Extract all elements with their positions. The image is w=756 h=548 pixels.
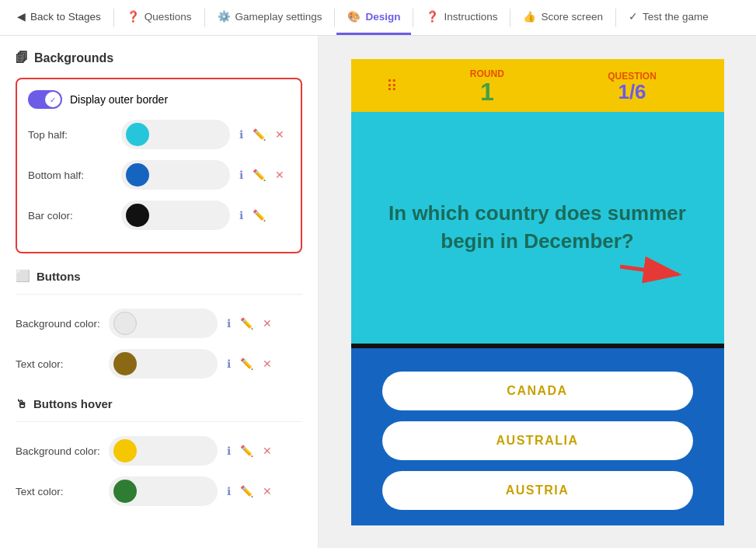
buttons-text-edit-button[interactable]: ✏️	[239, 356, 255, 372]
back-to-stages-button[interactable]: ◀ Back to Stages	[6, 0, 112, 35]
top-half-info-button[interactable]: ℹ	[238, 127, 245, 142]
bar-color-preview	[121, 201, 230, 230]
buttons-bg-label: Background color:	[16, 318, 109, 330]
instructions-label: Instructions	[444, 11, 497, 23]
top-half-delete-button[interactable]: ✕	[273, 127, 286, 142]
buttons-text-row: Text color: ℹ ✏️ ✕	[16, 349, 302, 379]
buttons-text-label: Text color:	[16, 358, 109, 370]
game-answers-area: CANADA AUSTRALIA AUSTRIA	[351, 348, 724, 525]
svg-line-1	[620, 267, 678, 274]
buttons-bg-preview	[109, 309, 218, 338]
buttons-bg-edit-button[interactable]: ✏️	[239, 316, 255, 331]
top-half-color-actions: ℹ ✏️ ✕	[238, 127, 286, 142]
bottom-half-edit-button[interactable]: ✏️	[251, 167, 267, 183]
test-icon: ✓	[629, 10, 638, 23]
left-panel: 🗐 Backgrounds ✓ Display outer border Top…	[0, 36, 319, 548]
buttons-bg-info-button[interactable]: ℹ	[225, 316, 232, 331]
bar-color-label: Bar color:	[28, 210, 121, 222]
bottom-half-color-circle[interactable]	[126, 163, 149, 187]
hover-icon: 🖱	[16, 397, 27, 410]
bar-color-info-button[interactable]: ℹ	[238, 208, 245, 223]
game-header: ⠿ Round 1 Question 1/6	[351, 59, 724, 112]
top-half-row: Top half: ℹ ✏️ ✕	[28, 120, 290, 149]
nav-item-score[interactable]: 👍 Score screen	[512, 0, 614, 35]
bar-color-edit-button[interactable]: ✏️	[251, 208, 267, 223]
hover-text-preview	[109, 476, 218, 506]
nav-item-test[interactable]: ✓ Test the game	[618, 0, 719, 35]
buttons-bg-row: Background color: ℹ ✏️ ✕	[16, 309, 302, 338]
nav-divider-2	[204, 9, 205, 27]
hover-text-info-button[interactable]: ℹ	[225, 483, 232, 499]
hover-text-actions: ℹ ✏️ ✕	[225, 483, 273, 499]
buttons-text-actions: ℹ ✏️ ✕	[225, 356, 273, 372]
test-label: Test the game	[643, 11, 709, 23]
hover-text-row: Text color: ℹ ✏️ ✕	[16, 476, 302, 506]
hover-bg-label: Background color:	[16, 445, 109, 457]
buttons-hover-section-header: 🖱 Buttons hover	[16, 397, 302, 410]
buttons-icon: ⬜	[16, 269, 30, 283]
nav-divider-3	[334, 9, 335, 27]
buttons-bg-delete-button[interactable]: ✕	[261, 316, 273, 331]
hover-bg-edit-button[interactable]: ✏️	[239, 443, 255, 459]
buttons-hover-title: Buttons hover	[33, 397, 113, 410]
hover-bg-row: Background color: ℹ ✏️ ✕	[16, 436, 302, 466]
gameplay-icon: ⚙️	[218, 10, 231, 23]
toggle-check-icon: ✓	[50, 96, 56, 104]
buttons-text-circle[interactable]	[113, 352, 137, 375]
question-text: In which country does summer begin in De…	[382, 200, 693, 254]
hover-bg-circle[interactable]	[113, 439, 137, 462]
game-question-area: In which country does summer begin in De…	[351, 112, 724, 344]
bottom-half-delete-button[interactable]: ✕	[273, 167, 286, 183]
buttons-text-delete-button[interactable]: ✕	[261, 356, 273, 372]
nav-item-gameplay[interactable]: ⚙️ Gameplay settings	[207, 0, 333, 35]
design-label: Design	[365, 11, 400, 23]
answer-austria[interactable]: AUSTRIA	[382, 471, 693, 510]
bar-color-row: Bar color: ℹ ✏️	[28, 201, 290, 230]
nav-divider-1	[113, 9, 114, 27]
bottom-half-label: Bottom half:	[28, 169, 121, 181]
answer-canada[interactable]: CANADA	[382, 372, 693, 410]
hover-text-label: Text color:	[16, 486, 109, 497]
hover-bg-delete-button[interactable]: ✕	[261, 443, 273, 459]
backgrounds-section-header: 🗐 Backgrounds	[16, 51, 302, 65]
questions-label: Questions	[145, 11, 192, 23]
nav-item-instructions[interactable]: ❓ Instructions	[415, 0, 508, 35]
top-half-color-preview	[121, 120, 230, 149]
toggle-knob: ✓	[45, 92, 61, 107]
bar-color-actions: ℹ ✏️	[238, 208, 267, 223]
nav-item-design[interactable]: 🎨 Design	[336, 0, 411, 35]
buttons-divider	[16, 294, 302, 295]
hover-bg-info-button[interactable]: ℹ	[225, 443, 232, 459]
hover-divider	[16, 421, 302, 422]
hover-text-delete-button[interactable]: ✕	[261, 483, 273, 499]
question-value: 1/6	[618, 82, 646, 102]
backgrounds-icon: 🗐	[16, 51, 28, 65]
grid-dots-icon: ⠿	[386, 77, 398, 96]
top-half-edit-button[interactable]: ✏️	[251, 127, 267, 142]
backgrounds-settings-box: ✓ Display outer border Top half: ℹ ✏️ ✕	[16, 78, 302, 253]
round-value: 1	[480, 79, 494, 104]
nav-item-questions[interactable]: ❓ Questions	[116, 0, 203, 35]
buttons-title: Buttons	[37, 270, 81, 283]
top-navigation: ◀ Back to Stages ❓ Questions ⚙️ Gameplay…	[0, 0, 756, 36]
backgrounds-title: Backgrounds	[34, 51, 113, 65]
question-display: Question 1/6	[608, 71, 657, 102]
nav-divider-4	[413, 9, 413, 27]
bottom-half-info-button[interactable]: ℹ	[238, 167, 245, 183]
hover-bg-preview	[109, 436, 218, 466]
buttons-section-header: ⬜ Buttons	[16, 269, 302, 283]
buttons-bg-circle[interactable]	[113, 312, 137, 335]
hover-text-circle[interactable]	[113, 480, 137, 503]
back-label: Back to Stages	[30, 11, 101, 23]
hover-text-edit-button[interactable]: ✏️	[239, 483, 255, 499]
design-icon: 🎨	[347, 10, 361, 23]
questions-icon: ❓	[127, 10, 140, 23]
top-half-color-circle[interactable]	[126, 123, 149, 146]
buttons-bg-actions: ℹ ✏️ ✕	[225, 316, 273, 331]
buttons-text-info-button[interactable]: ℹ	[225, 356, 232, 372]
answer-australia[interactable]: AUSTRALIA	[382, 421, 693, 460]
bar-color-circle[interactable]	[126, 204, 149, 227]
buttons-text-preview	[109, 349, 218, 379]
red-arrow	[620, 255, 690, 294]
outer-border-toggle[interactable]: ✓	[28, 90, 62, 109]
